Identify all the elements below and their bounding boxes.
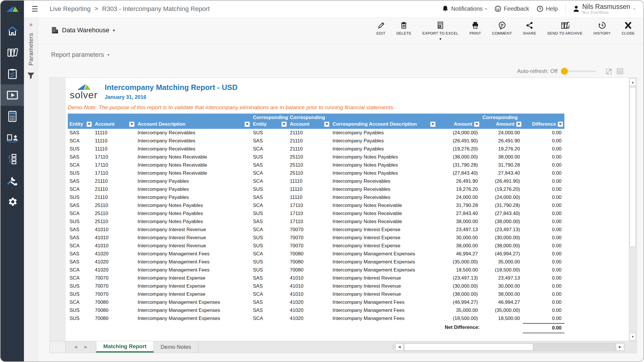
- column-filter-dropdown-icon[interactable]: [558, 122, 563, 127]
- horizontal-scrollbar-track[interactable]: [403, 343, 616, 351]
- table-cell: 70080: [93, 298, 136, 306]
- delete-button[interactable]: DELETE: [396, 20, 411, 35]
- parameters-rail-label: Parameters: [27, 33, 34, 66]
- scroll-down-button[interactable]: ▼: [630, 333, 636, 340]
- print-button[interactable]: PRINT: [469, 20, 481, 35]
- column-filter-dropdown-icon[interactable]: [324, 122, 329, 127]
- sidebar-item-administration-tools[interactable]: [1, 170, 24, 191]
- help-button[interactable]: ? Help: [537, 5, 558, 12]
- sidebar-item-assignments[interactable]: [1, 63, 24, 84]
- user-menu[interactable]: Nils Rasmussen Nils CorpDemo ▾: [573, 3, 635, 14]
- report-parameters-toggle[interactable]: Report parameters ▾: [51, 51, 109, 59]
- table-row[interactable]: SAS25110Intercompany Notes PayablesSCA17…: [68, 201, 564, 210]
- table-row[interactable]: SAS41020Intercompany Management FeesSUS7…: [68, 258, 564, 266]
- scroll-right-button[interactable]: ▶: [616, 343, 624, 351]
- horizontal-scrollbar[interactable]: ◀ ▶: [395, 343, 624, 351]
- table-cell: SUS: [68, 169, 93, 177]
- tab-demo-notes[interactable]: Demo Notes: [154, 341, 198, 352]
- column-header-entity: CorrespondingEntity: [251, 114, 288, 129]
- table-row[interactable]: SAS17110Intercompany Notes ReceivableSUS…: [68, 153, 564, 161]
- table-cell: Intercompany Payables: [136, 185, 251, 193]
- scroll-left-button[interactable]: ◀: [395, 343, 403, 351]
- table-cell: SCA: [68, 210, 93, 218]
- report-parameters-chevron-icon: ▾: [107, 52, 109, 57]
- table-row[interactable]: SCA41010Intercompany Interest RevenueSUS…: [68, 242, 564, 250]
- column-filter-dropdown-icon[interactable]: [129, 122, 134, 127]
- feedback-button[interactable]: Feedback: [495, 5, 529, 12]
- table-row[interactable]: SUS70070Intercompany Interest ExpenseSCA…: [68, 290, 564, 298]
- column-filter-dropdown-icon[interactable]: [516, 122, 521, 127]
- tab-scroll-left-icon[interactable]: ◀: [74, 345, 77, 349]
- vertical-scrollbar-thumb[interactable]: [630, 87, 636, 247]
- table-row[interactable]: SCA70070Intercompany Interest ExpenseSAS…: [68, 274, 564, 282]
- tab-matching-report[interactable]: Matching Report: [96, 341, 154, 352]
- table-cell: SCA: [68, 266, 93, 274]
- filter-funnel-icon[interactable]: [27, 72, 35, 79]
- share-button[interactable]: SHARE: [523, 20, 536, 35]
- notifications-button[interactable]: Notifications ▾: [442, 5, 487, 12]
- sidebar-item-live-reporting[interactable]: [1, 84, 24, 106]
- vertical-scrollbar[interactable]: ▲ ▼: [629, 78, 637, 341]
- table-row[interactable]: SUS17110Intercompany Notes ReceivableSCA…: [68, 169, 564, 177]
- app-logo[interactable]: [1, 1, 24, 17]
- export-to-excel-button[interactable]: Xₒ EXPORT TO EXCEL ▾: [423, 20, 459, 41]
- table-cell: 70080: [288, 250, 331, 258]
- sidebar-item-home[interactable]: [1, 20, 24, 42]
- edit-button[interactable]: EDIT: [376, 20, 385, 35]
- column-filter-dropdown-icon[interactable]: [430, 122, 435, 127]
- breadcrumb-root[interactable]: Live Reporting: [50, 5, 91, 13]
- scroll-up-button[interactable]: ▲: [630, 78, 636, 86]
- table-cell: 23,497.13: [437, 226, 481, 234]
- menu-icon[interactable]: ☰: [31, 5, 38, 13]
- sidebar-item-collaboration[interactable]: [1, 127, 24, 148]
- scrollbar-splitter-handle[interactable]: • • •: [391, 345, 395, 349]
- table-row[interactable]: SCA70080Intercompany Management Expenses…: [68, 298, 564, 306]
- table-row[interactable]: SAS21110Intercompany PayablesSCA11110Int…: [68, 177, 564, 185]
- column-filter-dropdown-icon[interactable]: [281, 122, 287, 127]
- table-cell: SCA: [251, 201, 288, 210]
- sidebar-item-process[interactable]: [1, 148, 24, 170]
- tools-icon: [7, 175, 18, 186]
- report-date: January 31, 2016: [105, 94, 238, 100]
- table-cell: 0.00: [523, 250, 564, 258]
- table-cell: 26,491.90: [437, 177, 481, 185]
- table-row[interactable]: SAS11110Intercompany ReceivablesSUS21110…: [68, 129, 564, 137]
- table-row[interactable]: SAS41010Intercompany Interest RevenueSCA…: [68, 226, 564, 234]
- expand-parameters-icon[interactable]: »: [29, 21, 32, 28]
- table-cell: (31,790.28): [437, 161, 481, 169]
- auto-refresh-slider[interactable]: [562, 71, 596, 72]
- column-filter-dropdown-icon[interactable]: [245, 122, 250, 127]
- document-user-sync-icon: [6, 133, 18, 142]
- history-button[interactable]: HISTORY: [594, 20, 611, 35]
- report-subheader: Data Warehouse ▾ EDIT: [38, 17, 643, 44]
- popout-icon[interactable]: [605, 67, 613, 75]
- table-row[interactable]: SCA17110Intercompany Notes ReceivableSAS…: [68, 161, 564, 169]
- auto-refresh-slider-knob[interactable]: [561, 68, 568, 75]
- table-row[interactable]: SUS11110Intercompany ReceivablesSCA21110…: [68, 145, 564, 153]
- table-row[interactable]: SUS70080Intercompany Management Expenses…: [68, 314, 564, 323]
- table-row[interactable]: SAS41010Intercompany Interest RevenueSUS…: [68, 234, 564, 242]
- table-row[interactable]: SUS25110Intercompany Notes PayablesSAS17…: [68, 218, 564, 226]
- table-row[interactable]: SUS21110Intercompany PayablesSAS11110Int…: [68, 193, 564, 201]
- table-row[interactable]: SCA11110Intercompany ReceivablesSAS21110…: [68, 137, 564, 145]
- sidebar-item-settings[interactable]: [1, 191, 24, 212]
- table-row[interactable]: SCA21110Intercompany PayablesSUS11110Int…: [68, 185, 564, 193]
- sidebar-item-library[interactable]: [1, 42, 24, 63]
- horizontal-scrollbar-thumb[interactable]: [404, 343, 533, 351]
- send-to-archive-button[interactable]: SEND TO ARCHIVE: [547, 20, 583, 35]
- column-filter-dropdown-icon[interactable]: [87, 122, 92, 127]
- column-filter-dropdown-icon[interactable]: [474, 122, 479, 127]
- table-row[interactable]: SCA41020Intercompany Management FeesSUS7…: [68, 266, 564, 274]
- close-button[interactable]: CLOSE: [622, 20, 635, 35]
- data-warehouse-selector[interactable]: Data Warehouse ▾: [51, 27, 115, 34]
- table-row[interactable]: SCA25110Intercompany Notes PayablesSUS17…: [68, 210, 564, 218]
- table-row[interactable]: SUS70080Intercompany Management Expenses…: [68, 306, 564, 314]
- sidebar-item-budgeting[interactable]: [1, 106, 24, 127]
- export-dropdown-chevron-icon[interactable]: ▾: [440, 37, 441, 41]
- table-row[interactable]: SUS70070Intercompany Interest ExpenseSAS…: [68, 282, 564, 290]
- table-cell: 70070: [93, 282, 136, 290]
- grid-view-icon[interactable]: [616, 67, 624, 75]
- table-row[interactable]: SAS41020Intercompany Management FeesSCA7…: [68, 250, 564, 258]
- tab-scroll-right-icon[interactable]: ▶: [85, 345, 87, 349]
- comment-button[interactable]: COMMENT: [492, 20, 512, 35]
